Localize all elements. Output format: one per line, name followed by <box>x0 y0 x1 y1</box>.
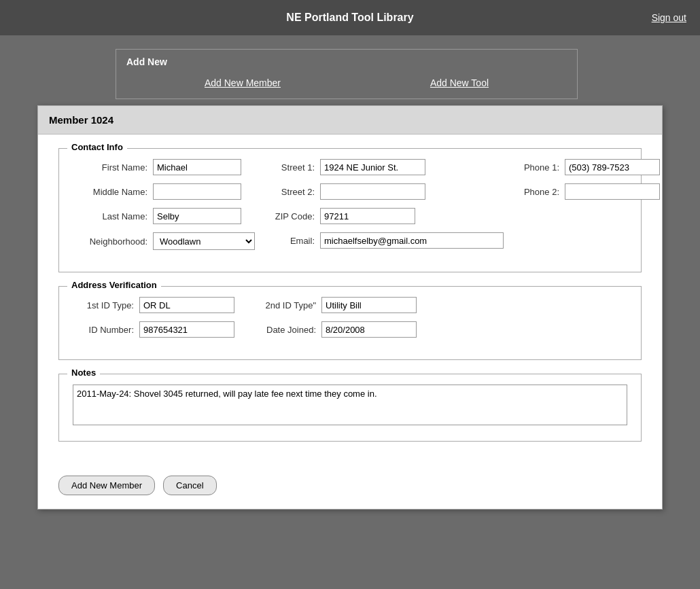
phone1-row: Phone 1: <box>517 159 660 175</box>
first-name-label: First Name: <box>73 162 147 173</box>
dialog-header: Member 1024 <box>38 106 662 135</box>
address-verification-legend: Address Verification <box>67 280 161 290</box>
zip-label: ZIP Code: <box>268 211 315 221</box>
phone2-label: Phone 2: <box>517 187 559 197</box>
neighborhood-row: Neighborhood: Woodlawn Boise Cully Conco… <box>73 232 255 250</box>
add-new-links: Add New Member Add New Tool <box>116 74 577 99</box>
street2-label: Street 2: <box>268 187 315 197</box>
phone2-row: Phone 2: <box>517 183 660 200</box>
id-type1-label: 1st ID Type: <box>73 300 134 310</box>
phone1-label: Phone 1: <box>517 162 559 173</box>
contact-info-section: Contact Info First Name: Middle Name: La… <box>58 148 642 272</box>
last-name-label: Last Name: <box>73 211 147 221</box>
add-new-tool-nav-link[interactable]: Add New Tool <box>430 77 489 88</box>
id-type1-row: 1st ID Type: <box>73 297 234 313</box>
first-name-row: First Name: <box>73 159 255 175</box>
zip-input[interactable] <box>320 208 415 224</box>
add-new-title: Add New <box>116 56 577 74</box>
contact-col-right: Phone 1: Phone 2: <box>517 159 660 258</box>
first-name-input[interactable] <box>153 159 241 175</box>
last-name-input[interactable] <box>153 208 241 224</box>
id-type1-input[interactable] <box>139 297 234 313</box>
app-title: NE Portland Tool Library <box>286 12 413 24</box>
middle-name-label: Middle Name: <box>73 187 147 197</box>
contact-col-middle: Street 1: Street 2: ZIP Code: Email: <box>268 159 504 258</box>
addr-col-right: 2nd ID Type" Date Joined: <box>255 297 417 346</box>
street2-row: Street 2: <box>268 183 504 200</box>
dialog-body: Contact Info First Name: Middle Name: La… <box>38 135 662 469</box>
contact-col-left: First Name: Middle Name: Last Name: Neig… <box>73 159 255 258</box>
phone1-input[interactable] <box>565 159 660 175</box>
add-new-member-button[interactable]: Add New Member <box>58 476 155 495</box>
last-name-row: Last Name: <box>73 208 255 224</box>
middle-name-row: Middle Name: <box>73 183 255 200</box>
id-type2-input[interactable] <box>321 297 417 313</box>
email-row: Email: <box>268 232 504 249</box>
street1-row: Street 1: <box>268 159 504 175</box>
addr-grid: 1st ID Type: ID Number: 2nd ID Type" <box>73 297 627 346</box>
address-verification-section: Address Verification 1st ID Type: ID Num… <box>58 286 642 360</box>
street1-input[interactable] <box>320 159 425 175</box>
notes-section: Notes <box>58 374 642 442</box>
add-new-box: Add New Add New Member Add New Tool <box>116 49 578 99</box>
email-label: Email: <box>268 236 315 246</box>
sign-out-link[interactable]: Sign out <box>652 12 686 23</box>
date-joined-label: Date Joined: <box>255 325 316 335</box>
notes-textarea[interactable] <box>73 385 627 425</box>
id-number-input[interactable] <box>139 321 234 338</box>
top-bar: NE Portland Tool Library Sign out <box>0 0 700 35</box>
contact-info-grid: First Name: Middle Name: Last Name: Neig… <box>73 159 627 258</box>
street2-input[interactable] <box>320 183 425 200</box>
add-new-member-nav-link[interactable]: Add New Member <box>205 77 281 88</box>
contact-info-legend: Contact Info <box>67 142 127 152</box>
member-dialog: Member 1024 Contact Info First Name: Mid… <box>37 105 663 510</box>
dialog-footer: Add New Member Cancel <box>38 469 662 509</box>
id-type2-row: 2nd ID Type" <box>255 297 417 313</box>
middle-name-input[interactable] <box>153 183 241 200</box>
cancel-button[interactable]: Cancel <box>163 476 216 495</box>
zip-row: ZIP Code: <box>268 208 504 224</box>
notes-legend: Notes <box>67 368 100 378</box>
date-joined-input[interactable] <box>321 321 417 338</box>
id-number-label: ID Number: <box>73 325 134 335</box>
neighborhood-label: Neighborhood: <box>73 236 147 247</box>
id-number-row: ID Number: <box>73 321 234 338</box>
neighborhood-select[interactable]: Woodlawn Boise Cully Concordia Sabin <box>153 232 255 250</box>
phone2-input[interactable] <box>565 183 660 200</box>
email-input[interactable] <box>320 232 504 249</box>
nav-area: Add New Add New Member Add New Tool <box>0 35 700 99</box>
addr-col-left: 1st ID Type: ID Number: <box>73 297 234 346</box>
date-joined-row: Date Joined: <box>255 321 417 338</box>
street1-label: Street 1: <box>268 162 315 173</box>
id-type2-label: 2nd ID Type" <box>255 300 316 310</box>
